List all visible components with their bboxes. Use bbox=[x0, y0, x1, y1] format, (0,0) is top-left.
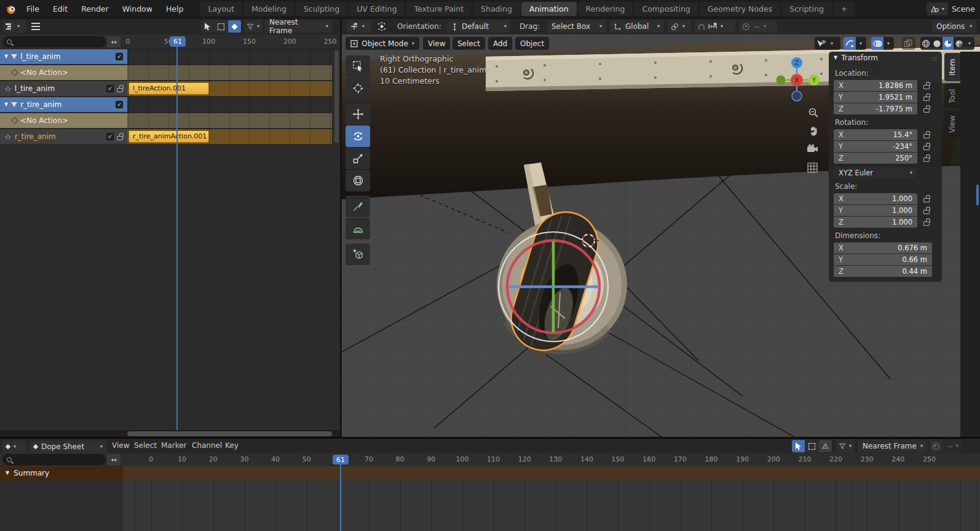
nla-track-lane[interactable] bbox=[127, 97, 332, 113]
dope-keyframe-area[interactable] bbox=[123, 479, 980, 531]
dope-search-box[interactable] bbox=[2, 454, 106, 465]
nla-menus-toggle[interactable] bbox=[29, 20, 42, 33]
dope-ruler[interactable]: ↔ 01020304050708090100110120130140150160… bbox=[0, 453, 980, 466]
camera-view-icon[interactable] bbox=[807, 144, 819, 154]
nla-track-lane[interactable] bbox=[127, 49, 332, 65]
unlock-icon[interactable] bbox=[923, 146, 930, 150]
summary-channel[interactable]: ▼ Summary bbox=[0, 466, 123, 479]
dope-filter-expand-button[interactable]: ↔ bbox=[107, 454, 121, 465]
menu-window[interactable]: Window bbox=[116, 4, 159, 14]
tab-sculpting[interactable]: Sculpting bbox=[296, 2, 347, 16]
nla-keyframe-snap-toggle[interactable] bbox=[228, 20, 241, 33]
dope-tweak-select-button[interactable] bbox=[792, 440, 805, 452]
tab-shading[interactable]: Shading bbox=[473, 2, 520, 16]
nla-channel-track[interactable]: l_tire_anim l_tireAction.001 bbox=[0, 81, 340, 97]
unlock-icon[interactable] bbox=[923, 97, 930, 101]
xray-toggle[interactable] bbox=[902, 37, 915, 50]
rotation-y-field[interactable]: Y-234° bbox=[834, 141, 917, 152]
dope-menu-key[interactable]: Key bbox=[225, 441, 239, 450]
tab-scripting[interactable]: Scripting bbox=[781, 2, 832, 16]
tool-cursor[interactable] bbox=[346, 78, 370, 99]
proportional-edit-controls[interactable]: ∼ ▾ bbox=[739, 20, 777, 33]
location-z-field[interactable]: Z-1.7975 m bbox=[834, 103, 917, 114]
sidebar-tab-tool[interactable]: Tool bbox=[944, 84, 960, 108]
nla-channel-no-action[interactable]: <No Action> bbox=[0, 113, 340, 129]
dope-editor-type-button[interactable]: ▾ bbox=[2, 441, 27, 453]
pivot-point-dropdown[interactable]: ▾ bbox=[668, 20, 691, 33]
magnet-snap-icon[interactable] bbox=[698, 24, 705, 30]
unlock-icon[interactable] bbox=[923, 108, 930, 113]
nla-channel-track[interactable]: r_tire_anim r_tire_animAction.001 bbox=[0, 129, 340, 145]
nla-editor[interactable]: ↔ 050100150200250 61 ▼ l_tire_anim <No A… bbox=[0, 34, 340, 438]
nla-track-lane[interactable] bbox=[127, 65, 332, 81]
tool-move[interactable] bbox=[346, 103, 370, 125]
menu-edit[interactable]: Edit bbox=[46, 4, 74, 14]
material-preview-shading-icon[interactable] bbox=[942, 37, 954, 50]
tool-transform[interactable] bbox=[346, 170, 370, 191]
channel-enable-checkbox[interactable] bbox=[116, 53, 123, 60]
drag-dropdown[interactable]: Select Box▾ bbox=[547, 20, 606, 33]
dope-sheet-editor[interactable]: ▾ Dope Sheet ▾ View Select Marker Channe… bbox=[0, 439, 980, 531]
dope-menu-select[interactable]: Select bbox=[134, 441, 157, 450]
summary-track[interactable] bbox=[123, 466, 980, 479]
dope-mode-dropdown[interactable]: Dope Sheet ▾ bbox=[30, 441, 107, 453]
nla-strip[interactable]: l_tireAction.001 bbox=[128, 82, 209, 95]
unlock-icon[interactable] bbox=[923, 222, 930, 226]
tab-rendering[interactable]: Rendering bbox=[578, 2, 633, 16]
proportional-editing-icon[interactable] bbox=[743, 23, 749, 30]
channel-label[interactable]: l_tire_anim bbox=[15, 84, 55, 93]
nla-vertical-scrollbar[interactable] bbox=[334, 50, 339, 143]
overlays-toggle[interactable]: ▾ bbox=[871, 37, 894, 50]
solo-star-icon[interactable] bbox=[4, 133, 12, 141]
dope-filter-button[interactable]: ▾ bbox=[836, 440, 855, 452]
mode-dropdown[interactable]: Object Mode ▾ bbox=[346, 37, 419, 50]
dope-auto-snap-warning-button[interactable] bbox=[819, 440, 832, 452]
scene-name[interactable]: Scene bbox=[952, 4, 975, 14]
menu-view[interactable]: View bbox=[423, 37, 450, 50]
options-dropdown[interactable]: Options▾ bbox=[932, 20, 976, 33]
wireframe-shading-icon[interactable] bbox=[920, 37, 931, 50]
scene-browse-button[interactable]: ▾ bbox=[927, 2, 948, 15]
channel-label[interactable]: r_tire_anim bbox=[20, 100, 61, 109]
nla-box-select-button[interactable] bbox=[215, 20, 227, 33]
channel-label[interactable]: l_tire_anim bbox=[20, 52, 60, 61]
unlock-icon[interactable] bbox=[923, 85, 930, 89]
tool-measure[interactable] bbox=[346, 218, 370, 239]
nla-track-lane[interactable]: r_tire_animAction.001 bbox=[127, 129, 332, 145]
rendered-shading-icon[interactable] bbox=[954, 37, 965, 50]
nla-search-box[interactable] bbox=[2, 36, 106, 47]
dimensions-z-field[interactable]: Z0.44 m bbox=[834, 266, 932, 277]
nla-track-lane[interactable]: l_tireAction.001 bbox=[127, 81, 332, 97]
dope-menu-view[interactable]: View bbox=[112, 441, 129, 450]
panel-expand-icon[interactable]: ▼ bbox=[834, 55, 837, 60]
dope-falloff-button[interactable]: ∼ ▾ bbox=[942, 440, 962, 452]
channel-label[interactable]: r_tire_anim bbox=[15, 132, 56, 141]
panel-header[interactable]: ▼ Transform :::: bbox=[829, 52, 942, 64]
expand-triangle-icon[interactable]: ▼ bbox=[4, 102, 8, 107]
dope-menu-channel[interactable]: Channel bbox=[192, 441, 222, 450]
selectability-dropdown[interactable]: ▾ bbox=[815, 37, 840, 50]
tab-modeling[interactable]: Modeling bbox=[243, 2, 294, 16]
tab-texture-paint[interactable]: Texture Paint bbox=[406, 2, 472, 16]
pan-hand-icon[interactable] bbox=[808, 126, 819, 137]
menu-render[interactable]: Render bbox=[74, 4, 116, 14]
dope-box-select-button[interactable] bbox=[805, 440, 818, 452]
nla-playhead[interactable] bbox=[176, 43, 178, 430]
sidebar-scrollbar[interactable] bbox=[976, 185, 979, 206]
dope-current-frame-badge[interactable]: 61 bbox=[333, 455, 349, 465]
scale-x-field[interactable]: X1.000 bbox=[834, 193, 917, 204]
zoom-icon[interactable] bbox=[808, 107, 819, 118]
menu-help[interactable]: Help bbox=[159, 4, 191, 14]
rotation-mode-dropdown[interactable]: XYZ Euler ▾ bbox=[834, 167, 917, 178]
active-tool-button[interactable]: ▾ bbox=[347, 20, 371, 33]
shading-mode-switch[interactable]: ▾ bbox=[920, 37, 974, 50]
dope-search-input[interactable] bbox=[15, 456, 101, 463]
expand-triangle-icon[interactable]: ▼ bbox=[6, 471, 9, 476]
solid-shading-icon[interactable] bbox=[931, 37, 942, 50]
nla-filter-button[interactable]: ▾ bbox=[244, 20, 263, 33]
tool-select-box[interactable] bbox=[346, 55, 370, 77]
nla-horizontal-scrollbar[interactable] bbox=[127, 431, 332, 436]
scale-z-field[interactable]: Z1.000 bbox=[834, 217, 917, 228]
menu-add[interactable]: Add bbox=[488, 37, 512, 50]
orientation-dropdown[interactable]: Default ▾ bbox=[447, 20, 511, 33]
